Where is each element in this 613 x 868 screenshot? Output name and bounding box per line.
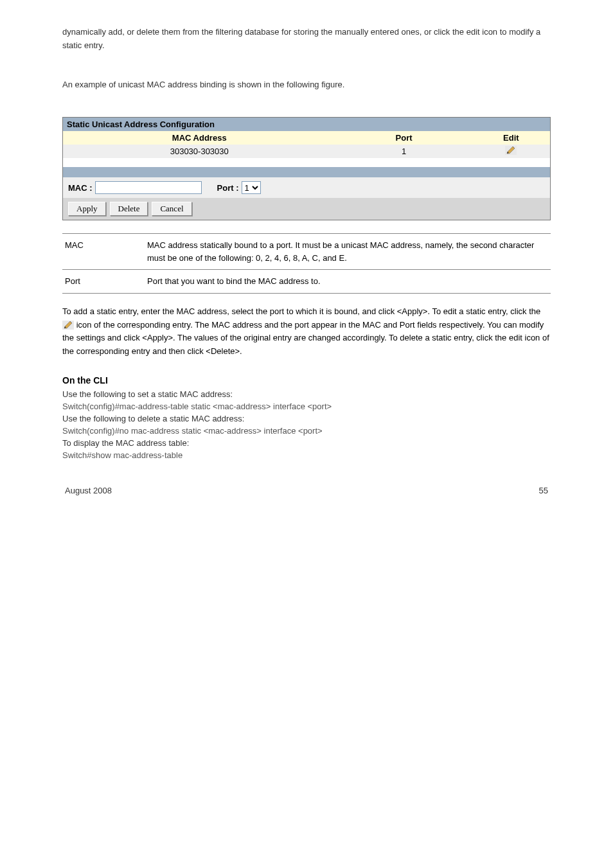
def-mac-text: MAC address statically bound to a port. … (145, 234, 551, 270)
cell-edit (472, 145, 550, 158)
mac-input[interactable] (95, 181, 202, 194)
intro-text-2: An example of unicast MAC address bindin… (62, 78, 551, 92)
port-label: Port : (217, 183, 239, 193)
page-footer: August 2008 55 (62, 486, 551, 495)
pencil-icon (62, 321, 74, 330)
mac-label: MAC : (68, 183, 93, 193)
col-edit: Edit (472, 131, 550, 145)
edit-para-after: icon of the corresponding entry. The MAC… (62, 320, 549, 357)
mac-table: MAC Address Port Edit 303030-303030 1 (63, 131, 550, 158)
table-row: 303030-303030 1 (63, 145, 550, 158)
col-mac: MAC Address (63, 131, 335, 145)
delete-button[interactable]: Delete (110, 202, 148, 216)
cli-line-1: Switch(config)#mac-address-table static … (62, 402, 551, 411)
footer-right: 55 (539, 486, 548, 495)
cell-port: 1 (335, 145, 472, 158)
cli-line-2: Use the following to delete a static MAC… (62, 414, 551, 423)
cancel-button[interactable]: Cancel (152, 202, 191, 216)
config-panel: Static Unicast Address Configuration MAC… (62, 117, 551, 220)
footer-left: August 2008 (65, 486, 112, 495)
cli-line-3: Switch(config)#no mac-address static <ma… (62, 426, 551, 436)
form-row: MAC : Port : 1 (63, 177, 550, 198)
def-port-text: Port that you want to bind the MAC addre… (145, 270, 551, 294)
cli-heading: On the CLI (62, 375, 551, 385)
col-port: Port (335, 131, 472, 145)
cell-mac: 303030-303030 (63, 145, 335, 158)
edit-paragraph: To add a static entry, enter the MAC add… (62, 305, 551, 359)
apply-button[interactable]: Apply (68, 202, 106, 216)
def-mac-key: MAC (62, 234, 145, 270)
separator-bar (63, 167, 550, 177)
cli-line-5: Switch#show mac-address-table (62, 450, 551, 460)
pencil-icon[interactable] (505, 146, 517, 155)
port-select[interactable]: 1 (242, 181, 261, 194)
cli-line-0: Use the following to set a static MAC ad… (62, 389, 551, 399)
definition-table: MAC MAC address statically bound to a po… (62, 233, 551, 294)
button-row: Apply Delete Cancel (63, 198, 550, 220)
edit-para-before: To add a static entry, enter the MAC add… (62, 306, 540, 316)
cli-line-4: To display the MAC address table: (62, 438, 551, 448)
def-port-key: Port (62, 270, 145, 294)
intro-text-1: dynamically add, or delete them from the… (62, 26, 551, 53)
config-title: Static Unicast Address Configuration (63, 118, 550, 131)
